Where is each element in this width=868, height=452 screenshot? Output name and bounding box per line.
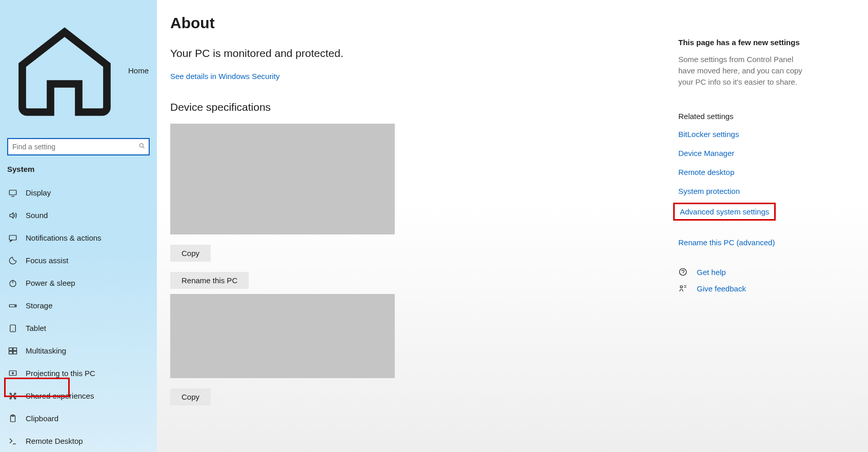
device-spec-redacted: [170, 124, 395, 234]
sidebar-item-label: Projecting to this PC: [26, 369, 95, 378]
sidebar-item-sound[interactable]: Sound: [0, 204, 157, 227]
link-give-feedback[interactable]: Give feedback: [697, 284, 746, 293]
help-icon: [678, 267, 688, 277]
svg-line-1: [143, 147, 144, 148]
support-block: Get help Give feedback: [678, 267, 847, 293]
focus-icon: [8, 256, 17, 265]
link-rename-pc-advanced[interactable]: Rename this PC (advanced): [678, 238, 775, 247]
sidebar-item-notifications[interactable]: Notifications & actions: [0, 227, 157, 249]
sidebar-item-label: Display: [26, 188, 51, 197]
svg-rect-5: [9, 235, 16, 240]
copy-windows-spec-button[interactable]: Copy: [170, 388, 211, 405]
home-icon: [8, 13, 121, 128]
sidebar-home-label: Home: [128, 66, 149, 75]
power-icon: [8, 279, 17, 288]
sound-icon: [8, 211, 17, 220]
device-spec-heading: Device specifications: [170, 101, 637, 113]
link-device-manager[interactable]: Device Manager: [678, 149, 734, 158]
feedback-icon: [678, 284, 688, 293]
sidebar-item-label: Sound: [26, 211, 48, 220]
protection-heading: Your PC is monitored and protected.: [170, 47, 637, 60]
svg-rect-2: [9, 190, 16, 195]
svg-rect-15: [13, 351, 17, 354]
link-advanced-system-settings[interactable]: Advanced system settings: [680, 207, 769, 216]
sidebar-item-label: Tablet: [26, 324, 46, 332]
clipboard-icon: [8, 414, 17, 423]
sidebar-item-label: Multitasking: [26, 346, 66, 355]
sidebar-item-label: Remote Desktop: [26, 437, 83, 445]
projecting-icon: [8, 369, 17, 378]
link-get-help[interactable]: Get help: [697, 268, 726, 277]
multitask-icon: [8, 346, 17, 356]
sidebar-item-storage[interactable]: Storage: [0, 294, 157, 317]
svg-point-30: [679, 269, 687, 276]
storage-icon: [8, 301, 17, 310]
tablet-icon: [8, 324, 17, 333]
sidebar-item-label: Power & sleep: [26, 279, 75, 287]
right-rail: This page has a few new settings Some se…: [658, 0, 868, 452]
annotation-highlight-advanced: Advanced system settings: [673, 203, 776, 221]
svg-rect-12: [9, 348, 13, 350]
security-link[interactable]: See details in Windows Security: [170, 72, 279, 81]
rail-related-heading: Related settings: [678, 112, 847, 121]
search-icon: [138, 142, 146, 151]
svg-point-32: [680, 286, 683, 288]
rename-pc-button[interactable]: Rename this PC: [170, 272, 249, 289]
svg-rect-14: [9, 351, 13, 354]
svg-point-9: [15, 305, 16, 306]
sidebar-item-label: Storage: [26, 301, 53, 310]
page-title: About: [170, 14, 637, 32]
search-container: [0, 134, 157, 165]
notifications-icon: [8, 233, 17, 243]
svg-rect-13: [13, 348, 17, 350]
copy-device-spec-button[interactable]: Copy: [170, 245, 211, 262]
link-bitlocker[interactable]: BitLocker settings: [678, 130, 739, 139]
windows-spec-redacted: [170, 294, 395, 378]
sidebar-item-remote-desktop[interactable]: Remote Desktop: [0, 430, 157, 452]
sidebar-item-label: Notifications & actions: [26, 233, 102, 242]
sidebar-item-power[interactable]: Power & sleep: [0, 272, 157, 294]
sidebar-item-projecting[interactable]: Projecting to this PC: [0, 362, 157, 385]
search-input[interactable]: [7, 138, 150, 155]
sidebar-item-label: Shared experiences: [26, 391, 94, 400]
sidebar-home[interactable]: Home: [0, 7, 157, 134]
sidebar: Home System Display Sound Notifications …: [0, 0, 157, 452]
rail-links: BitLocker settings Device Manager Remote…: [678, 130, 847, 247]
link-system-protection[interactable]: System protection: [678, 187, 740, 195]
svg-point-0: [139, 144, 143, 147]
sidebar-item-display[interactable]: Display: [0, 182, 157, 204]
main-area: About Your PC is monitored and protected…: [157, 0, 868, 452]
display-icon: [8, 188, 17, 198]
svg-marker-4: [10, 213, 13, 219]
rail-new-heading: This page has a few new settings: [678, 38, 847, 47]
sidebar-item-multitasking[interactable]: Multitasking: [0, 340, 157, 362]
sidebar-section-label: System: [0, 165, 157, 182]
content: About Your PC is monitored and protected…: [157, 0, 658, 452]
sidebar-item-shared[interactable]: Shared experiences: [0, 385, 157, 407]
rail-new-body: Some settings from Control Panel have mo…: [678, 54, 812, 87]
shared-icon: [8, 391, 17, 401]
sidebar-item-clipboard[interactable]: Clipboard: [0, 407, 157, 430]
sidebar-item-label: Clipboard: [26, 414, 58, 423]
sidebar-item-tablet[interactable]: Tablet: [0, 317, 157, 340]
sidebar-item-focus[interactable]: Focus assist: [0, 249, 157, 272]
remote-icon: [8, 437, 17, 446]
sidebar-item-label: Focus assist: [26, 256, 68, 265]
sidebar-nav: Display Sound Notifications & actions Fo…: [0, 182, 157, 452]
link-remote-desktop[interactable]: Remote desktop: [678, 168, 734, 176]
